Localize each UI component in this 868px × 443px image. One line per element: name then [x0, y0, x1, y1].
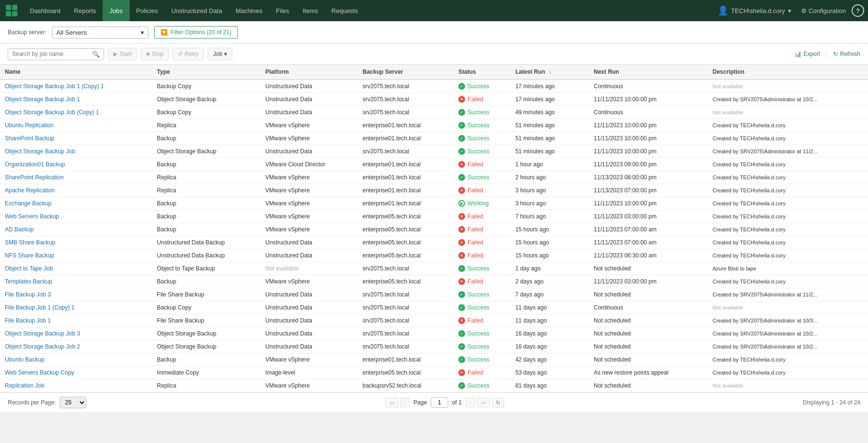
job-name-cell[interactable]: Object Storage Backup Job (Copy) 1	[0, 106, 152, 119]
nav-jobs[interactable]: Jobs	[103, 0, 129, 21]
page-input[interactable]	[431, 397, 448, 408]
nav-requests[interactable]: Requests	[325, 0, 365, 21]
search-icon: 🔍	[92, 51, 100, 58]
job-name-cell[interactable]: File Backup Job 1	[0, 314, 152, 327]
job-name-cell[interactable]: Replication Job	[0, 379, 152, 392]
job-description-cell: Created by TECH\sheila.d.cory	[708, 184, 868, 197]
job-name-cell[interactable]: Web Servers Backup Copy	[0, 366, 152, 379]
job-status-cell: ✕ Failed	[454, 184, 510, 197]
status-dot: ✓	[458, 330, 465, 337]
nav-unstructured-data[interactable]: Unstructured Data	[164, 0, 229, 21]
job-name-cell[interactable]: Object Storage Backup Job 2	[0, 340, 152, 353]
nav-machines[interactable]: Machines	[229, 0, 269, 21]
job-platform-cell: VMware vSphere	[261, 132, 358, 145]
col-description[interactable]: Description	[708, 65, 868, 80]
job-next-run-cell: 11/11/2023 03:00:00 pm	[589, 210, 708, 223]
next-page-button[interactable]: ›	[466, 398, 475, 407]
job-name-cell[interactable]: SMB Share Backup	[0, 236, 152, 249]
job-status-cell: ✓ Success	[454, 119, 510, 132]
job-name-cell[interactable]: Templates Backup	[0, 275, 152, 288]
status-text: Failed	[467, 96, 483, 103]
pagination: ⏮ ‹ Page of 1 › ⏭ ↻	[90, 397, 799, 408]
job-description-cell: Created by TECH\sheila.d.cory	[708, 223, 868, 236]
stop-button[interactable]: ■ Stop	[141, 48, 169, 60]
job-description-cell: Created by TECH\sheila.d.cory	[708, 158, 868, 171]
help-button[interactable]: ?	[852, 4, 864, 17]
col-backup-server[interactable]: Backup Server	[358, 65, 454, 80]
job-platform-cell: Image-level	[261, 366, 358, 379]
job-next-run-cell: Continuous	[589, 106, 708, 119]
nav-dashboard[interactable]: Dashboard	[23, 0, 67, 21]
job-description-cell: Created by TECH\sheila.d.cory	[708, 366, 868, 379]
user-menu[interactable]: 👤 TECH\sheila.d.cory ▾	[714, 5, 795, 16]
nav-reports[interactable]: Reports	[67, 0, 103, 21]
per-page-select[interactable]: 25 50 100	[60, 397, 86, 408]
job-name-cell[interactable]: Apache Replication	[0, 184, 152, 197]
export-button[interactable]: 📊 Export	[794, 51, 820, 57]
stop-label: Stop	[152, 51, 164, 57]
search-input[interactable]	[12, 51, 89, 57]
configuration-button[interactable]: ⚙ Configuration	[797, 7, 850, 14]
job-platform-cell: VMware vSphere	[261, 119, 358, 132]
col-name[interactable]: Name	[0, 65, 152, 80]
col-next-run[interactable]: Next Run	[589, 65, 708, 80]
job-name-cell[interactable]: Object Storage Backup Job 1 (Copy) 1	[0, 80, 152, 93]
job-name-cell[interactable]: SharePoint Replication	[0, 171, 152, 184]
reload-page-button[interactable]: ↻	[492, 398, 504, 408]
status-text: Failed	[467, 226, 483, 233]
job-status-cell: ✓ Success	[454, 132, 510, 145]
job-platform-cell: Unstructured Data	[261, 145, 358, 158]
job-name-cell[interactable]: AD Backup	[0, 223, 152, 236]
table-row: SharePoint Replication Replica VMware vS…	[0, 171, 868, 184]
job-description-cell: Not available	[708, 301, 868, 314]
job-name-cell[interactable]: Ubuntu Backup	[0, 353, 152, 366]
status-text: Success	[467, 291, 489, 298]
job-name-cell[interactable]: SharePoint Backup	[0, 132, 152, 145]
job-latest-run-cell: 7 days ago	[510, 288, 579, 301]
col-latest-run[interactable]: Latest Run ↓	[510, 65, 579, 80]
search-box[interactable]: 🔍	[8, 48, 104, 60]
col-status[interactable]: Status	[454, 65, 510, 80]
status-dot: ✓	[458, 265, 465, 272]
user-label: TECH\sheila.d.cory	[731, 7, 785, 14]
retry-button[interactable]: ↺ Retry	[173, 48, 204, 60]
job-name-cell[interactable]: Object to Tape Job	[0, 262, 152, 275]
nav-policies[interactable]: Policies	[130, 0, 165, 21]
nav-items[interactable]: Items	[296, 0, 325, 21]
job-name-cell[interactable]: NFS Share Backup	[0, 249, 152, 262]
status-dot: ✓	[458, 148, 465, 155]
filter-options-button[interactable]: 🔽 Filter Options (20 of 21)	[154, 26, 238, 39]
status-dot: ✕	[458, 161, 465, 168]
job-backup-server-cell: srv2075.tech.local	[358, 80, 454, 93]
prev-page-button[interactable]: ‹	[400, 398, 410, 407]
job-name-cell[interactable]: Object Storage Backup Job	[0, 145, 152, 158]
job-name-cell[interactable]: Organization01 Backup	[0, 158, 152, 171]
displaying-label: Displaying 1 - 24 of 24	[803, 399, 860, 406]
job-name-cell[interactable]: File Backup Job 3	[0, 288, 152, 301]
svg-rect-1	[12, 5, 17, 10]
first-page-button[interactable]: ⏮	[385, 398, 398, 407]
job-type-cell: Backup	[152, 197, 261, 210]
job-name-cell[interactable]: Exchange Backup	[0, 197, 152, 210]
server-select[interactable]: All Servers ▾	[52, 27, 148, 39]
job-button[interactable]: Job ▾	[208, 48, 232, 60]
job-name-cell[interactable]: Web Servers Backup	[0, 210, 152, 223]
job-name-cell[interactable]: Ubuntu Replication	[0, 119, 152, 132]
job-platform-cell: VMware vSphere	[261, 353, 358, 366]
col-platform[interactable]: Platform	[261, 65, 358, 80]
last-page-button[interactable]: ⏭	[477, 398, 490, 407]
job-platform-cell: Unstructured Data	[261, 327, 358, 340]
job-name-cell[interactable]: File Backup Job 1 (Copy) 1	[0, 301, 152, 314]
job-status-cell: ✓ Success	[454, 171, 510, 184]
job-type-cell: Unstructured Data Backup	[152, 249, 261, 262]
job-name-cell[interactable]: Object Storage Backup Job 3	[0, 327, 152, 340]
job-name-cell[interactable]: Object Storage Backup Job 1	[0, 93, 152, 106]
refresh-button[interactable]: ↻ Refresh	[833, 51, 860, 57]
backup-server-label: Backup server:	[8, 29, 46, 36]
nav-files[interactable]: Files	[269, 0, 296, 21]
job-platform-cell: VMware vSphere	[261, 223, 358, 236]
start-button[interactable]: ▶ Start	[108, 48, 137, 60]
job-description-cell: Created by TECH\sheila.d.cory	[708, 171, 868, 184]
table-row: Object Storage Backup Job 1 (Copy) 1 Bac…	[0, 80, 868, 93]
col-type[interactable]: Type	[152, 65, 261, 80]
